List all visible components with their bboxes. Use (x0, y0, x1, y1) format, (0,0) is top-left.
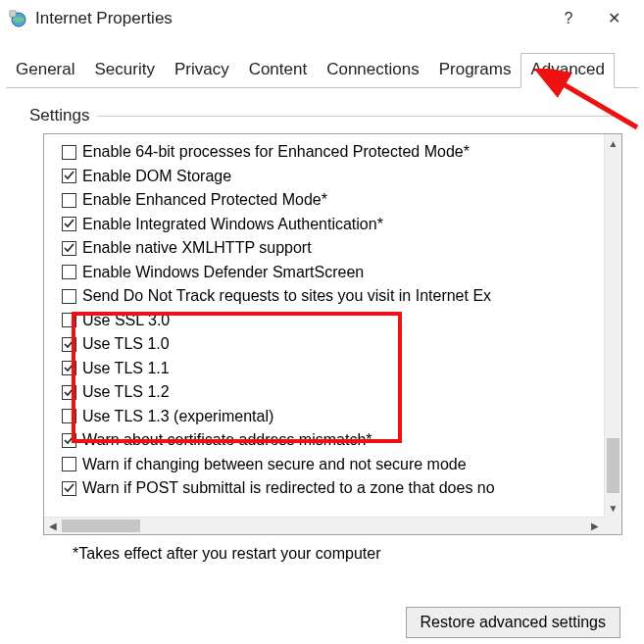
settings-listbox[interactable]: Enable 64-bit processes for Enhanced Pro… (43, 133, 622, 535)
setting-label: Use TLS 1.2 (82, 383, 170, 401)
window-titlebar: Internet Properties ? ✕ (0, 0, 644, 37)
setting-checkbox[interactable] (62, 193, 76, 208)
internet-options-icon (8, 9, 27, 28)
tab-strip: GeneralSecurityPrivacyContentConnections… (0, 37, 644, 88)
window-title: Internet Properties (35, 9, 173, 28)
setting-checkbox[interactable] (62, 289, 76, 304)
setting-label: Send Do Not Track requests to sites you … (82, 287, 491, 305)
setting-checkbox[interactable] (62, 169, 76, 183)
setting-row[interactable]: Use TLS 1.2 (62, 380, 618, 405)
tab-content[interactable]: Content (239, 53, 318, 88)
setting-row[interactable]: Use TLS 1.1 (62, 357, 618, 381)
scroll-down-icon[interactable]: ▼ (605, 499, 621, 517)
setting-label: Enable native XMLHTTP support (82, 239, 312, 257)
tab-connections[interactable]: Connections (317, 53, 429, 88)
vertical-scrollbar[interactable]: ▲ ▼ (604, 134, 621, 517)
hscroll-track[interactable] (62, 518, 586, 534)
tab-general[interactable]: General (6, 53, 84, 88)
setting-row[interactable]: Warn about certificate address mismatch* (62, 428, 618, 453)
setting-checkbox[interactable] (62, 313, 76, 327)
setting-checkbox[interactable] (62, 361, 76, 375)
vscroll-thumb[interactable] (607, 438, 619, 493)
setting-row[interactable]: Use TLS 1.0 (62, 332, 618, 357)
setting-row[interactable]: Warn if changing between secure and not … (62, 453, 618, 477)
setting-row[interactable]: Enable Enhanced Protected Mode* (62, 188, 618, 213)
setting-row[interactable]: Enable Integrated Windows Authentication… (62, 213, 618, 237)
setting-row[interactable]: Enable native XMLHTTP support (62, 236, 618, 261)
setting-label: Warn about certificate address mismatch* (82, 431, 372, 449)
tab-privacy[interactable]: Privacy (165, 53, 239, 88)
setting-checkbox[interactable] (62, 481, 76, 496)
horizontal-scrollbar[interactable]: ◀ ▶ (44, 517, 621, 534)
setting-checkbox[interactable] (62, 265, 76, 279)
setting-label: Enable Enhanced Protected Mode* (82, 191, 327, 209)
group-label: Settings (29, 106, 97, 125)
tab-programs[interactable]: Programs (429, 53, 521, 88)
setting-checkbox[interactable] (62, 241, 76, 256)
close-button[interactable]: ✕ (591, 4, 636, 33)
setting-checkbox[interactable] (62, 337, 76, 352)
setting-row[interactable]: Warn if POST submittal is redirected to … (62, 476, 618, 501)
setting-label: Warn if POST submittal is redirected to … (82, 479, 495, 497)
footnote-text: *Takes effect after you restart your com… (73, 545, 622, 563)
tab-security[interactable]: Security (84, 53, 164, 88)
scroll-up-icon[interactable]: ▲ (605, 134, 621, 152)
setting-label: Use TLS 1.1 (82, 360, 170, 377)
setting-label: Enable Windows Defender SmartScreen (82, 264, 364, 281)
setting-row[interactable]: Send Do Not Track requests to sites you … (62, 284, 618, 309)
group-divider (97, 116, 622, 117)
group-header: Settings (29, 106, 622, 125)
setting-checkbox[interactable] (62, 145, 76, 160)
hscroll-thumb[interactable] (62, 520, 140, 532)
setting-checkbox[interactable] (62, 385, 76, 400)
scroll-right-icon[interactable]: ▶ (586, 518, 604, 534)
setting-checkbox[interactable] (62, 217, 76, 231)
setting-label: Enable 64-bit processes for Enhanced Pro… (82, 143, 470, 161)
setting-label: Enable DOM Storage (82, 168, 231, 185)
setting-row[interactable]: Use SSL 3.0 (62, 309, 618, 333)
setting-checkbox[interactable] (62, 433, 76, 448)
setting-label: Warn if changing between secure and not … (82, 456, 467, 473)
restore-advanced-settings-button[interactable]: Restore advanced settings (406, 607, 620, 638)
setting-label: Use TLS 1.0 (82, 335, 170, 353)
scroll-left-icon[interactable]: ◀ (44, 518, 62, 534)
setting-label: Use SSL 3.0 (82, 312, 170, 329)
settings-group: Settings Enable 64-bit processes for Enh… (0, 88, 644, 563)
setting-row[interactable]: Enable Windows Defender SmartScreen (62, 261, 618, 285)
setting-row[interactable]: Enable DOM Storage (62, 165, 618, 189)
setting-label: Use TLS 1.3 (experimental) (82, 408, 273, 425)
setting-label: Enable Integrated Windows Authentication… (82, 216, 383, 233)
setting-checkbox[interactable] (62, 409, 76, 423)
tab-advanced[interactable]: Advanced (520, 53, 615, 88)
scroll-corner (604, 517, 621, 534)
setting-row[interactable]: Use TLS 1.3 (experimental) (62, 405, 618, 429)
help-button[interactable]: ? (546, 4, 591, 33)
setting-row[interactable]: Enable 64-bit processes for Enhanced Pro… (62, 140, 618, 165)
setting-checkbox[interactable] (62, 457, 76, 471)
vscroll-track[interactable] (605, 152, 621, 499)
